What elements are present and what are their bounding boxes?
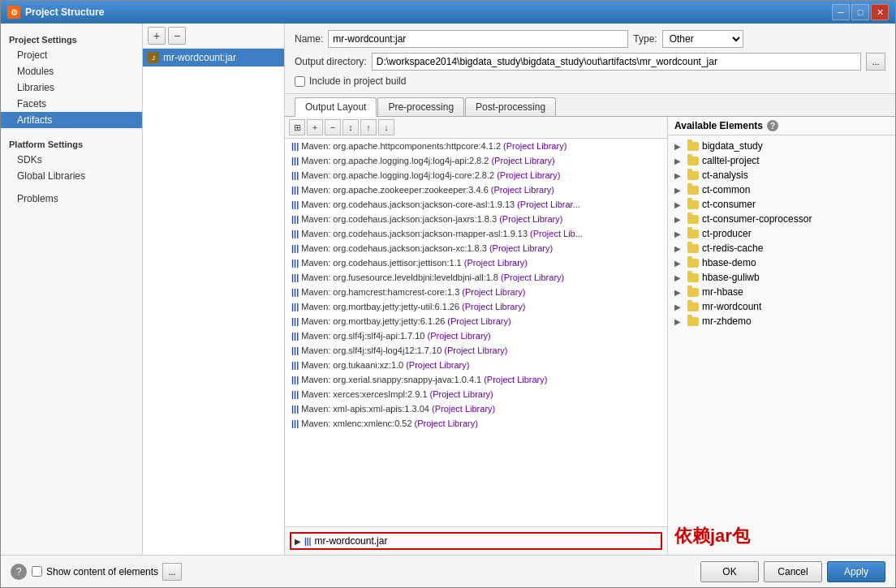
output-dir-input[interactable] xyxy=(372,53,861,71)
remove-layout-btn[interactable]: − xyxy=(325,119,341,135)
artifact-toolbar: + − xyxy=(143,24,284,49)
dep-item-jetty-util[interactable]: ||| Maven: org.mortbay.jetty:jetty-util:… xyxy=(285,299,667,314)
tree-item-ct-analysis[interactable]: ▶ ct-analysis xyxy=(668,168,895,182)
dep-item-slf4j-log4j[interactable]: ||| Maven: org.slf4j:slf4j-log4j12:1.7.1… xyxy=(285,343,667,358)
available-elements-panel: Available Elements ? ▶ bigdata_study ▶ xyxy=(668,117,895,555)
dep-item-xerces[interactable]: ||| Maven: xerces:xercesImpl:2.9.1 (Proj… xyxy=(285,387,667,401)
tree-item-bigdata-study[interactable]: ▶ bigdata_study xyxy=(668,139,895,153)
tabs-bar: Output Layout Pre-processing Post-proces… xyxy=(285,94,895,117)
sidebar: Project Settings Project Modules Librari… xyxy=(1,24,143,555)
show-content-label: Show content of elements xyxy=(46,566,158,577)
artifact-item-mr-wordcount-jar[interactable]: J mr-wordcount:jar xyxy=(143,49,284,67)
help-button[interactable]: ? xyxy=(11,564,27,580)
sidebar-item-project[interactable]: Project xyxy=(1,47,142,63)
output-jar-item[interactable]: ▶ ||| mr-wordcount.jar xyxy=(290,532,662,550)
folder-icon xyxy=(687,171,699,180)
add-layout-btn[interactable]: + xyxy=(307,119,323,135)
window-title: Project Structure xyxy=(25,6,832,18)
dep-item-jackson-core-asl[interactable]: ||| Maven: org.codehaus.jackson:jackson-… xyxy=(285,197,667,212)
folder-icon xyxy=(687,288,699,297)
annotation-text: 依赖jar包 xyxy=(668,517,895,555)
title-bar: ⚙ Project Structure ─ □ ✕ xyxy=(1,1,895,24)
tree-item-ct-redis[interactable]: ▶ ct-redis-cache xyxy=(668,241,895,255)
tab-pre-processing[interactable]: Pre-processing xyxy=(377,97,464,116)
dep-item-zookeeper[interactable]: ||| Maven: org.apache.zookeeper:zookeepe… xyxy=(285,182,667,197)
action-buttons: OK Cancel Apply xyxy=(700,561,885,582)
sidebar-item-sdks[interactable]: SDKs xyxy=(1,152,142,168)
remove-artifact-button[interactable]: − xyxy=(168,27,186,45)
dep-item-leveldbjni[interactable]: ||| Maven: org.fusesource.leveldbjni:lev… xyxy=(285,270,667,285)
top-form: Name: Type: Other Output directory: ... … xyxy=(285,24,895,94)
platform-settings-header: Platform Settings xyxy=(1,135,142,152)
maximize-button[interactable]: □ xyxy=(851,4,869,20)
show-content-browse-btn[interactable]: ... xyxy=(162,563,182,581)
sidebar-item-modules[interactable]: Modules xyxy=(1,63,142,79)
type-select[interactable]: Other xyxy=(662,30,743,48)
app-icon: ⚙ xyxy=(7,6,20,19)
dep-item-snappy[interactable]: ||| Maven: org.xerial.snappy:snappy-java… xyxy=(285,372,667,387)
sidebar-item-artifacts[interactable]: Artifacts xyxy=(1,112,142,128)
dependency-list: ||| Maven: org.apache.httpcomponents:htt… xyxy=(285,139,667,526)
output-jar-label: mr-wordcount.jar xyxy=(314,535,387,547)
sort-layout-btn[interactable]: ↕ xyxy=(342,119,359,135)
name-label: Name: xyxy=(295,33,323,45)
sidebar-item-facets[interactable]: Facets xyxy=(1,96,142,112)
tree-item-hbase-guliwb[interactable]: ▶ hbase-guliwb xyxy=(668,270,895,285)
dep-item-log4j-api[interactable]: ||| Maven: org.apache.logging.log4j:log4… xyxy=(285,153,667,168)
dep-item-jackson-xc[interactable]: ||| Maven: org.codehaus.jackson:jackson-… xyxy=(285,241,667,255)
show-content-btn[interactable]: ⊞ xyxy=(289,119,305,135)
folder-icon xyxy=(687,259,699,268)
dep-item-xmlenc[interactable]: ||| Maven: xmlenc:xmlenc:0.52 (Project L… xyxy=(285,416,667,431)
folder-icon xyxy=(687,303,699,311)
available-elements-header: Available Elements ? xyxy=(668,117,895,135)
tab-post-processing[interactable]: Post-processing xyxy=(465,97,556,116)
apply-button[interactable]: Apply xyxy=(827,561,885,582)
available-elements-help[interactable]: ? xyxy=(767,120,778,131)
tree-item-ct-producer[interactable]: ▶ ct-producer xyxy=(668,226,895,241)
dep-item-jettison[interactable]: ||| Maven: org.codehaus.jettisor:jettiso… xyxy=(285,255,667,270)
dep-item-xz[interactable]: ||| Maven: org.tukaani:xz:1.0 (Project L… xyxy=(285,358,667,372)
minimize-button[interactable]: ─ xyxy=(832,4,850,20)
sidebar-item-global-libraries[interactable]: Global Libraries xyxy=(1,168,142,184)
close-button[interactable]: ✕ xyxy=(871,4,889,20)
include-checkbox[interactable] xyxy=(295,76,305,87)
folder-icon xyxy=(687,186,699,195)
name-row: Name: Type: Other xyxy=(295,30,885,48)
content-area: Project Settings Project Modules Librari… xyxy=(1,24,895,555)
tree-item-hbase-demo[interactable]: ▶ hbase-demo xyxy=(668,255,895,270)
move-down-btn[interactable]: ↓ xyxy=(378,119,394,135)
sidebar-item-problems[interactable]: Problems xyxy=(1,191,142,207)
tab-output-layout[interactable]: Output Layout xyxy=(295,97,377,117)
show-content-checkbox[interactable] xyxy=(32,566,42,577)
browse-button[interactable]: ... xyxy=(866,53,885,71)
tree-item-mr-hbase[interactable]: ▶ mr-hbase xyxy=(668,285,895,299)
folder-icon xyxy=(687,317,699,326)
tree-item-mr-wordcount[interactable]: ▶ mr-wordcount xyxy=(668,299,895,314)
dep-item-slf4j-api[interactable]: ||| Maven: org.slf4j:slf4j-api:1.7.10 (P… xyxy=(285,328,667,343)
move-up-btn[interactable]: ↑ xyxy=(360,119,377,135)
tree-item-calltel[interactable]: ▶ calltel-project xyxy=(668,153,895,168)
ok-button[interactable]: OK xyxy=(700,561,759,582)
window-controls: ─ □ ✕ xyxy=(832,4,889,20)
tree-item-ct-consumer[interactable]: ▶ ct-consumer xyxy=(668,197,895,212)
dep-item-log4j-core[interactable]: ||| Maven: org.apache.logging.log4j:log4… xyxy=(285,168,667,182)
tree-item-ct-common[interactable]: ▶ ct-common xyxy=(668,182,895,197)
folder-icon xyxy=(687,230,699,238)
name-input[interactable] xyxy=(328,30,628,48)
dep-item-httpcore[interactable]: ||| Maven: org.apache.httpcomponents:htt… xyxy=(285,139,667,153)
dep-item-xml-apis[interactable]: ||| Maven: xml-apis:xml-apis:1.3.04 (Pro… xyxy=(285,401,667,416)
dep-item-jackson-mapper[interactable]: ||| Maven: org.codehaus.jackson:jackson-… xyxy=(285,226,667,241)
main-window: ⚙ Project Structure ─ □ ✕ Project Settin… xyxy=(0,0,896,588)
tree-item-mr-zhdemo[interactable]: ▶ mr-zhdemo xyxy=(668,314,895,328)
bottom-bar: ? Show content of elements ... OK Cancel… xyxy=(1,555,895,587)
sidebar-separator-2 xyxy=(1,184,142,191)
output-layout-panel: ⊞ + − ↕ ↑ ↓ ||| Maven: org.apache.httpco… xyxy=(285,117,668,555)
tree-item-ct-consumer-coprocessor[interactable]: ▶ ct-consumer-coprocessor xyxy=(668,212,895,226)
add-artifact-button[interactable]: + xyxy=(148,27,166,45)
dep-item-jackson-jaxrs[interactable]: ||| Maven: org.codehaus.jackson:jackson-… xyxy=(285,212,667,226)
sidebar-item-libraries[interactable]: Libraries xyxy=(1,79,142,96)
dep-item-jetty[interactable]: ||| Maven: org.mortbay.jetty:jetty:6.1.2… xyxy=(285,314,667,328)
dep-item-hamcrest[interactable]: ||| Maven: org.hamcrest:hamcrest-core:1.… xyxy=(285,285,667,299)
cancel-button[interactable]: Cancel xyxy=(764,561,822,582)
output-dir-row: Output directory: ... xyxy=(295,53,885,71)
